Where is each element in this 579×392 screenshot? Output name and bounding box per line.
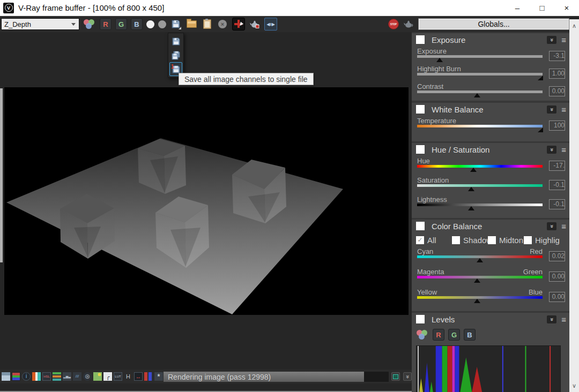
levels-green-button[interactable]: G [448, 329, 460, 341]
monitor-button[interactable] [391, 372, 400, 381]
scroll-up-icon[interactable]: ∧ [569, 20, 579, 31]
render-teapot-button[interactable] [403, 18, 414, 30]
collapse-icon[interactable]: » [547, 105, 556, 114]
open-image-button[interactable] [185, 18, 197, 30]
histogram-icon[interactable]: ▂▅▃ [63, 372, 71, 381]
mode-highlig[interactable]: Highlig [524, 233, 560, 246]
slider-marker[interactable] [468, 187, 474, 191]
window-icon[interactable] [2, 372, 10, 381]
slider-value[interactable]: 0.02 [549, 251, 565, 261]
slider-track[interactable] [417, 55, 543, 58]
white-balance-enable-checkbox[interactable] [416, 105, 425, 114]
rgb-circles-icon[interactable] [416, 329, 429, 341]
slider-value[interactable]: -17. [549, 161, 565, 171]
rgb-channels-icon[interactable] [12, 372, 20, 381]
letter-h-icon[interactable]: H [124, 372, 132, 381]
slider-marker[interactable] [436, 58, 443, 62]
slider-value[interactable]: 1.00 [549, 69, 565, 79]
info-icon[interactable]: i [22, 372, 31, 381]
checkbox-icon[interactable] [452, 236, 460, 244]
minimize-button[interactable]: – [505, 0, 530, 16]
slider-track[interactable] [417, 73, 543, 76]
curve-icon[interactable]: ╭ [103, 372, 112, 381]
vray-logo-icon: V [3, 3, 14, 13]
menu-item-save-image[interactable] [169, 34, 182, 48]
slider-track[interactable] [417, 184, 543, 187]
left-scrollbar-thumb[interactable] [0, 88, 3, 262]
levels-blue-button[interactable]: B [464, 329, 476, 341]
menu-item-save-all-channels-separate[interactable] [169, 48, 182, 62]
levels-red-button[interactable]: R [433, 329, 444, 341]
levels-enable-checkbox[interactable] [416, 315, 425, 323]
checkbox-icon[interactable]: ✓ [416, 236, 424, 244]
slider-value[interactable]: -0.1 [549, 199, 565, 209]
collapse-icon[interactable]: » [547, 146, 556, 154]
collapse-icon[interactable]: » [547, 222, 556, 230]
render-last-button[interactable] [249, 18, 261, 30]
exposure-enable-checkbox[interactable] [416, 35, 425, 44]
color-range-icon[interactable] [32, 372, 41, 381]
statusbar-icon-row: i HSL ▂▅▃ /// ⊛ ╭ LUT H ↔ * [2, 372, 163, 381]
slider-value[interactable]: 100 [549, 120, 565, 131]
section-menu-icon[interactable]: ≡ [561, 315, 566, 324]
lut-icon[interactable]: LUT [114, 372, 122, 381]
scroll-down-icon[interactable]: ∨ [569, 380, 579, 391]
slider-marker[interactable] [477, 258, 483, 262]
mode-all[interactable]: ✓ All [416, 233, 452, 246]
collapse-icon[interactable]: » [547, 315, 556, 323]
copy-to-clipboard-button[interactable] [201, 18, 213, 30]
slider-track[interactable] [417, 203, 543, 206]
hsl-icon[interactable]: HSL [42, 372, 51, 381]
slider-value[interactable]: 0.00 [549, 272, 565, 282]
ab-compare-button[interactable]: ◀‖▶ [264, 18, 277, 31]
slider-marker[interactable] [474, 278, 480, 283]
slider-track[interactable] [417, 165, 543, 168]
green-channel-button[interactable]: G [115, 18, 127, 30]
hue-saturation-enable-checkbox[interactable] [416, 145, 425, 154]
checkbox-icon[interactable] [488, 236, 496, 244]
curves-icon[interactable]: /// [73, 372, 81, 381]
slider-track[interactable] [417, 125, 543, 127]
slider-marker[interactable] [474, 93, 480, 97]
slider-marker[interactable] [470, 168, 477, 172]
mode-midton[interactable]: Midton [488, 233, 524, 246]
red-channel-button[interactable]: R [100, 18, 112, 30]
mode-shadow[interactable]: Shadow [452, 233, 488, 246]
close-button[interactable]: × [554, 0, 579, 16]
image-icon[interactable] [93, 372, 102, 381]
clear-image-button[interactable]: × [217, 18, 228, 30]
stop-render-button[interactable]: STOP [388, 19, 399, 29]
save-image-button[interactable] [170, 18, 182, 30]
slider-value[interactable]: 0.00 [549, 292, 565, 302]
red-blue-bars-icon[interactable] [144, 372, 153, 381]
section-menu-icon[interactable]: ≡ [561, 105, 566, 114]
compare-arrows-icon[interactable]: ↔ [134, 372, 143, 381]
collapse-icon[interactable]: » [547, 36, 556, 44]
track-mouse-button[interactable] [232, 18, 245, 31]
save-dropdown-menu: 1 [168, 33, 184, 78]
maximize-button[interactable]: □ [530, 0, 554, 16]
statusbar-expand-button[interactable]: » [403, 372, 412, 381]
section-menu-icon[interactable]: ≡ [561, 35, 566, 44]
slider-value[interactable]: -3.1 [549, 51, 565, 61]
color-balance-enable-checkbox[interactable] [416, 222, 425, 230]
rgb-circles-icon[interactable] [83, 18, 96, 30]
globals-button[interactable]: Globals... [418, 18, 569, 30]
white-circle-icon[interactable] [146, 20, 154, 28]
pixel-star-icon[interactable]: * [154, 372, 163, 381]
channel-select[interactable]: Z_Depth [1, 18, 79, 30]
gear-icon[interactable]: ⊛ [83, 372, 92, 381]
slider-value[interactable]: 0.00 [549, 86, 565, 96]
slider-marker[interactable] [468, 206, 474, 210]
gray-circle-icon[interactable] [158, 20, 166, 28]
slider-marker[interactable] [538, 76, 543, 80]
checkbox-icon[interactable] [524, 236, 532, 244]
slider-marker[interactable] [474, 299, 480, 303]
slider-value[interactable]: -0.1 [549, 180, 565, 190]
section-menu-icon[interactable]: ≡ [561, 222, 566, 231]
section-menu-icon[interactable]: ≡ [561, 145, 566, 154]
panel-scrollbar[interactable]: ∧ ∨ [569, 19, 579, 392]
slider-marker[interactable] [538, 127, 543, 132]
color-levels-icon[interactable] [53, 372, 61, 381]
blue-channel-button[interactable]: B [131, 18, 143, 30]
